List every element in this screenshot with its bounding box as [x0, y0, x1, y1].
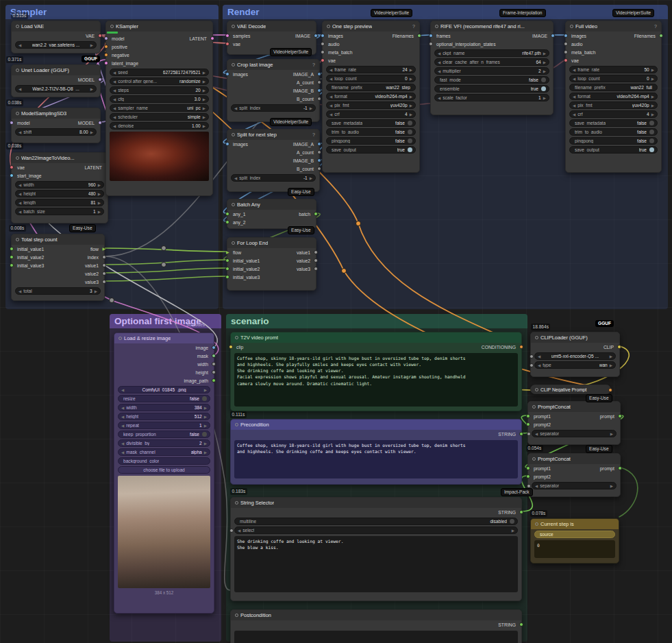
node-title-bar[interactable]: Total step count	[12, 234, 104, 245]
input-dot[interactable]	[225, 258, 229, 263]
input-dot[interactable]	[526, 414, 530, 418]
increment-arrow-icon[interactable]: ▶	[651, 95, 654, 99]
sampler_name-widget[interactable]: ◀sampler_nameuni_pc▶	[110, 104, 209, 112]
node-title-bar[interactable]: String Selector	[231, 498, 521, 508]
node-rife-vfi[interactable]: RIFE VFI (recommend rife47 and ri...fram…	[430, 21, 553, 115]
input-dot[interactable]	[10, 173, 14, 178]
increment-arrow-icon[interactable]: ▶	[203, 115, 206, 119]
collapse-dot-icon[interactable]	[435, 25, 438, 28]
input-dot[interactable]	[225, 275, 229, 279]
decrement-arrow-icon[interactable]: ◀	[438, 69, 440, 73]
toggle-knob-icon[interactable]	[408, 147, 412, 152]
decrement-arrow-icon[interactable]: ◀	[113, 124, 116, 128]
collapse-dot-icon[interactable]	[16, 156, 19, 160]
save_output-widget[interactable]: save_outputtrue	[569, 146, 658, 154]
node-title-bar[interactable]: ModelSamplingSD3	[12, 108, 100, 119]
batch_size-widget[interactable]: ◀batch_size1▶	[15, 208, 104, 215]
scale_factor-widget[interactable]: ◀scale_factor1▶	[434, 94, 549, 101]
increment-arrow-icon[interactable]: ▶	[610, 484, 613, 488]
output-dot[interactable]	[519, 432, 523, 436]
input-dot[interactable]	[104, 61, 108, 65]
output-dot[interactable]	[314, 250, 318, 254]
group-title-bar[interactable]: Render	[223, 5, 668, 19]
collapse-dot-icon[interactable]	[16, 238, 19, 241]
decrement-arrow-icon[interactable]: ◀	[113, 97, 116, 101]
ckpt_name-widget[interactable]: ◀ckpt_namerife47.pth▶	[434, 49, 549, 57]
decrement-arrow-icon[interactable]: ◀	[329, 68, 332, 72]
collapse-dot-icon[interactable]	[535, 336, 538, 339]
widget-input-dot[interactable]	[530, 354, 534, 359]
decrement-arrow-icon[interactable]: ◀	[121, 388, 124, 392]
collapse-dot-icon[interactable]	[535, 522, 538, 526]
divisible_by-widget[interactable]: ◀divisible_by2▶	[118, 439, 210, 447]
input-dot[interactable]	[10, 121, 14, 125]
node-title-bar[interactable]: PromptConcat	[528, 454, 620, 464]
increment-arrow-icon[interactable]: ▶	[543, 69, 546, 73]
decrement-arrow-icon[interactable]: ◀	[121, 406, 124, 410]
output-dot[interactable]	[98, 77, 102, 82]
input-dot[interactable]	[225, 220, 229, 224]
steps-widget[interactable]: ◀steps20▶	[110, 86, 209, 94]
input-dot[interactable]	[321, 50, 325, 54]
input-dot[interactable]	[225, 212, 229, 216]
input-dot[interactable]	[321, 42, 325, 46]
decrement-arrow-icon[interactable]: ◀	[121, 424, 124, 428]
decrement-arrow-icon[interactable]: ◀	[113, 115, 116, 119]
reroute-dot[interactable]	[161, 262, 166, 267]
frame_rate-widget[interactable]: ◀frame_rate50▶	[569, 66, 658, 73]
input-dot[interactable]	[564, 34, 568, 38]
output-dot[interactable]	[314, 258, 318, 263]
input-dot[interactable]	[526, 422, 530, 426]
keep_proportion-widget[interactable]: keep_proportionfalse	[118, 430, 210, 438]
node-title-bar[interactable]: Batch Any	[227, 199, 316, 210]
increment-arrow-icon[interactable]: ▶	[98, 183, 101, 187]
node-title-bar[interactable]: PromptConcat	[528, 402, 620, 412]
pingpong-widget[interactable]: pingpongfalse	[569, 137, 658, 145]
decrement-arrow-icon[interactable]: ◀	[573, 104, 575, 108]
output-dot[interactable]	[212, 345, 216, 350]
collapse-dot-icon[interactable]	[235, 336, 238, 339]
multiplier-widget[interactable]: ◀multiplier2▶	[434, 67, 549, 75]
node-current-step-is[interactable]: Current step issource0	[530, 518, 619, 563]
output-dot[interactable]	[212, 362, 216, 366]
output-dot[interactable]	[317, 88, 321, 93]
input-dot[interactable]	[225, 42, 229, 46]
source-widget[interactable]: source	[534, 531, 615, 538]
decrement-arrow-icon[interactable]: ◀	[121, 415, 124, 419]
output-dot[interactable]	[659, 34, 663, 38]
node-title-bar[interactable]: For Loop End	[227, 238, 316, 248]
collapse-dot-icon[interactable]	[235, 423, 238, 426]
increment-arrow-icon[interactable]: ▶	[410, 77, 412, 81]
decrement-arrow-icon[interactable]: ◀	[121, 450, 124, 454]
input-dot[interactable]	[104, 53, 108, 57]
node-load-vae[interactable]: Load VAEVAE◀wan2.2_vae.safetens ...▶	[11, 21, 101, 53]
increment-arrow-icon[interactable]: ▶	[310, 176, 312, 180]
input-dot[interactable]	[526, 466, 530, 470]
decrement-arrow-icon[interactable]: ◀	[438, 51, 440, 56]
output-dot[interactable]	[212, 354, 216, 358]
node-clip-negative-prompt[interactable]: CLIP Negative Prompt	[530, 385, 611, 394]
increment-arrow-icon[interactable]: ▶	[651, 68, 654, 72]
output-dot[interactable]	[102, 255, 106, 259]
collapse-dot-icon[interactable]	[570, 25, 573, 28]
save_metadata-widget[interactable]: save_metadatafalse	[569, 119, 658, 127]
clear_cache_after_n_frames-widget[interactable]: ◀clear_cache_after_n_frames64▶	[434, 58, 549, 66]
reroute-dot[interactable]	[109, 298, 114, 303]
increment-arrow-icon[interactable]: ▶	[90, 130, 93, 134]
output-dot[interactable]	[317, 72, 321, 76]
scheduler-widget[interactable]: ◀schedulersimple▶	[110, 113, 209, 121]
input-dot[interactable]	[104, 36, 108, 40]
save_metadata-widget[interactable]: save_metadatafalse	[326, 119, 416, 127]
output-dot[interactable]	[317, 150, 321, 154]
decrement-arrow-icon[interactable]: ◀	[113, 80, 116, 84]
decrement-arrow-icon[interactable]: ◀	[18, 192, 21, 196]
output-dot[interactable]	[551, 34, 555, 38]
output-dot[interactable]	[212, 370, 216, 374]
increment-arrow-icon[interactable]: ▶	[410, 68, 412, 72]
output-dot[interactable]	[519, 345, 523, 349]
combo-widget[interactable]: ◀Wan2.2-TI2V-5B-Q8_...▶	[15, 85, 97, 93]
decrement-arrow-icon[interactable]: ◀	[538, 363, 540, 367]
increment-arrow-icon[interactable]: ▶	[98, 192, 101, 196]
height-widget[interactable]: ◀height480▶	[15, 190, 104, 197]
group-title-bar[interactable]: Sampler	[5, 5, 219, 19]
